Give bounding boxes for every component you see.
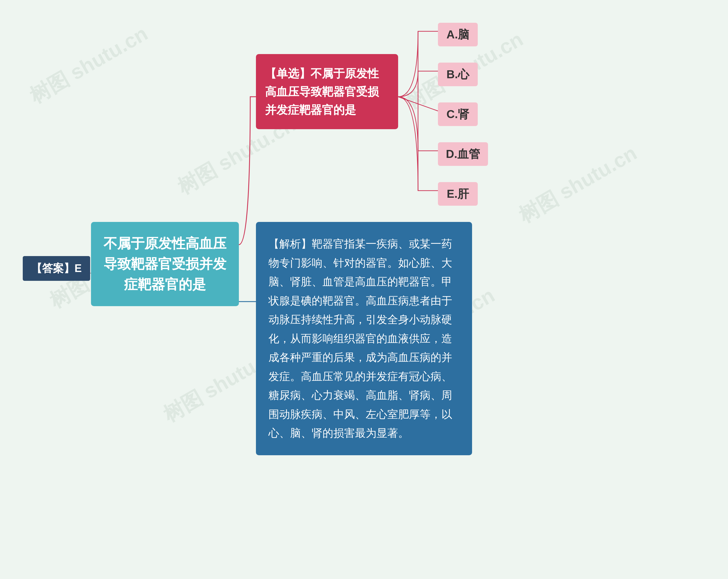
option-a-label: A.脑 xyxy=(446,28,469,41)
central-question-box: 不属于原发性高血压导致靶器官受损并发症靶器官的是 xyxy=(91,222,239,306)
option-b-box: B.心 xyxy=(438,62,478,86)
watermark-6: 树图 shutu.cn xyxy=(514,140,642,229)
question-box: 【单选】不属于原发性高血压导致靶器官受损并发症靶器官的是 xyxy=(256,54,398,129)
option-d-box: D.血管 xyxy=(438,142,488,166)
option-c-label: C.肾 xyxy=(446,108,469,120)
mindmap-container: 树图 shutu.cn 树图 shutu.cn 树图 shutu.cn 树图 s… xyxy=(0,0,728,579)
option-d-label: D.血管 xyxy=(446,148,480,160)
option-c-box: C.肾 xyxy=(438,102,478,126)
central-text: 不属于原发性高血压导致靶器官受损并发症靶器官的是 xyxy=(104,236,226,292)
option-a-box: A.脑 xyxy=(438,23,478,46)
analysis-box: 【解析】靶器官指某一疾病、或某一药物专门影响、针对的器官。如心脏、大脑、肾脏、血… xyxy=(256,222,472,455)
analysis-text: 【解析】靶器官指某一疾病、或某一药物专门影响、针对的器官。如心脏、大脑、肾脏、血… xyxy=(268,238,452,439)
option-b-label: B.心 xyxy=(446,68,469,80)
option-e-label: E.肝 xyxy=(447,187,469,200)
answer-box: 【答案】E xyxy=(23,256,90,281)
question-text: 【单选】不属于原发性高血压导致靶器官受损并发症靶器官的是 xyxy=(265,67,379,116)
option-e-box: E.肝 xyxy=(438,182,478,206)
watermark-1: 树图 shutu.cn xyxy=(25,20,153,109)
answer-label: 【答案】E xyxy=(31,262,82,274)
